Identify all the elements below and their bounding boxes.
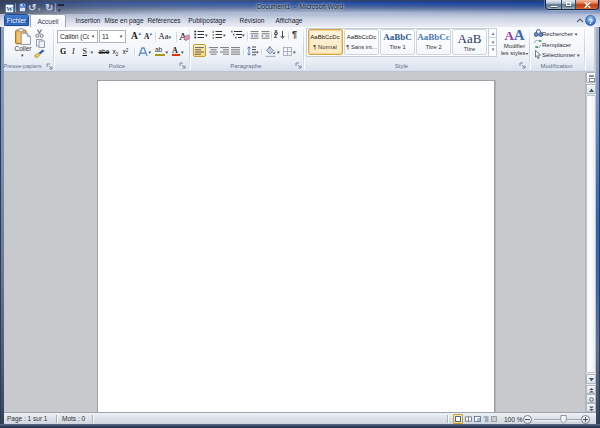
svg-text:W: W: [6, 4, 13, 11]
svg-text:?: ?: [588, 17, 593, 26]
